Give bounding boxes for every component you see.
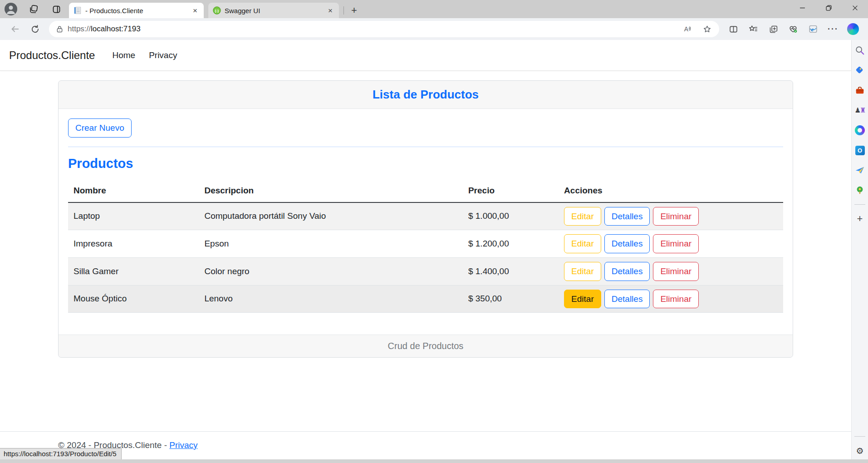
- favorite-star-icon[interactable]: [699, 22, 715, 36]
- url-host: localhost:7193: [91, 25, 141, 33]
- tab-title: - Productos.Cliente: [85, 7, 187, 15]
- sidebar-divider: [854, 204, 865, 205]
- cell-precio: $ 350,00: [463, 285, 559, 313]
- details-button[interactable]: Detalles: [604, 207, 650, 226]
- status-bar-link-preview: https://localhost:7193/Producto/Edit/5: [0, 448, 122, 459]
- page-favicon: [74, 6, 82, 15]
- delete-button[interactable]: Eliminar: [653, 290, 699, 309]
- search-icon[interactable]: [854, 44, 866, 56]
- column-header-nombre: Nombre: [68, 179, 199, 202]
- url-text: https://localhost:7193: [68, 25, 677, 34]
- create-new-button[interactable]: Crear Nuevo: [68, 118, 132, 138]
- refresh-icon[interactable]: [26, 21, 44, 37]
- cell-nombre: Silla Gamer: [68, 257, 199, 285]
- edit-button[interactable]: Editar: [564, 234, 601, 253]
- cell-nombre: Impresora: [68, 230, 199, 258]
- games-icon[interactable]: ♟♜: [854, 104, 866, 116]
- cell-nombre: Mouse Óptico: [68, 285, 199, 313]
- page-footer: © 2024 - Productos.Cliente - Privacy: [0, 431, 851, 459]
- table-header-row: Nombre Descripcion Precio Acciones: [68, 179, 783, 202]
- delete-button[interactable]: Eliminar: [653, 234, 699, 253]
- edit-button[interactable]: Editar: [564, 207, 601, 226]
- svg-text:{-}: {-}: [215, 9, 220, 13]
- edit-button[interactable]: Editar: [564, 262, 601, 281]
- table-row: Mouse Óptico Lenovo $ 350,00 Editar Deta…: [68, 285, 783, 313]
- tab-separator: [343, 6, 344, 15]
- sidebar-settings-icon[interactable]: ⚙: [854, 445, 866, 457]
- cell-descripcion: Color negro: [199, 257, 463, 285]
- edit-button-hovered[interactable]: Editar: [564, 290, 601, 309]
- titlebar: - Productos.Cliente × {-} Swagger UI × +: [0, 0, 868, 18]
- column-header-precio: Precio: [463, 179, 559, 202]
- svg-text:e: e: [811, 26, 814, 33]
- collections-icon[interactable]: [765, 21, 782, 37]
- delete-button[interactable]: Eliminar: [653, 207, 699, 226]
- url-scheme: https://: [68, 25, 91, 33]
- page-title: Lista de Productos: [373, 88, 479, 101]
- privacy-footer-link[interactable]: Privacy: [169, 440, 197, 450]
- tab-title: Swagger UI: [225, 7, 323, 15]
- brand-link[interactable]: Productos.Cliente: [9, 49, 95, 62]
- close-window-button[interactable]: [842, 0, 868, 15]
- copilot-icon[interactable]: [844, 21, 862, 37]
- details-button[interactable]: Detalles: [604, 234, 650, 253]
- minimize-button[interactable]: [789, 0, 815, 15]
- sidebar-divider: [854, 436, 865, 437]
- edge-sidebar: ♟♜ O + ⚙: [851, 40, 868, 459]
- products-table: Nombre Descripcion Precio Acciones Lapto…: [68, 179, 783, 313]
- details-button[interactable]: Detalles: [604, 290, 650, 309]
- ie-mode-icon[interactable]: e: [804, 21, 822, 37]
- card-body: Crear Nuevo Productos Nombre Descripcion…: [59, 109, 793, 335]
- settings-menu-icon[interactable]: ···: [824, 21, 842, 37]
- card-footer: Crud de Productos: [59, 335, 793, 357]
- tab-productos-cliente[interactable]: - Productos.Cliente ×: [69, 3, 204, 18]
- close-tab-icon[interactable]: ×: [191, 6, 199, 15]
- tools-icon[interactable]: [854, 84, 866, 96]
- table-row: Silla Gamer Color negro $ 1.400,00 Edita…: [68, 257, 783, 285]
- section-title: Productos: [68, 156, 783, 171]
- restore-button[interactable]: [815, 0, 842, 15]
- products-card: Lista de Productos Crear Nuevo Productos…: [58, 80, 793, 358]
- site-navbar: Productos.Cliente Home Privacy: [0, 40, 851, 71]
- close-tab-icon[interactable]: ×: [326, 6, 334, 15]
- favorites-icon[interactable]: [745, 21, 762, 37]
- new-tab-button[interactable]: +: [348, 5, 361, 16]
- read-aloud-icon[interactable]: A: [680, 22, 696, 36]
- cell-precio: $ 1.400,00: [463, 257, 559, 285]
- card-header: Lista de Productos: [59, 81, 793, 109]
- table-row: Impresora Epson $ 1.200,00 Editar Detall…: [68, 230, 783, 258]
- nav-link-home[interactable]: Home: [108, 47, 140, 64]
- cell-descripcion: Computadora portátil Sony Vaio: [199, 202, 463, 230]
- address-bar[interactable]: https://localhost:7193 A: [49, 21, 719, 37]
- outlook-icon[interactable]: O: [854, 144, 866, 156]
- delete-button[interactable]: Eliminar: [653, 262, 699, 281]
- window-bottom-edge: [0, 459, 868, 463]
- cell-descripcion: Lenovo: [199, 285, 463, 313]
- split-screen-icon[interactable]: [725, 21, 742, 37]
- details-button[interactable]: Detalles: [604, 262, 650, 281]
- drop-icon[interactable]: [854, 164, 866, 176]
- titlebar-left: [0, 0, 69, 18]
- column-header-acciones: Acciones: [559, 179, 783, 202]
- customize-sidebar-icon[interactable]: +: [854, 213, 866, 225]
- tab-actions-icon[interactable]: [50, 3, 63, 15]
- cell-descripcion: Epson: [199, 230, 463, 258]
- window-controls: [789, 0, 868, 18]
- web-page: Productos.Cliente Home Privacy Lista de …: [0, 40, 851, 459]
- browser-essentials-icon[interactable]: [785, 21, 802, 37]
- profile-avatar[interactable]: [5, 3, 17, 15]
- shopping-icon[interactable]: [854, 64, 866, 76]
- nav-link-privacy[interactable]: Privacy: [144, 47, 181, 64]
- microsoft365-icon[interactable]: [854, 124, 866, 136]
- table-row: Laptop Computadora portátil Sony Vaio $ …: [68, 202, 783, 230]
- column-header-descripcion: Descripcion: [199, 179, 463, 202]
- cell-precio: $ 1.000,00: [463, 202, 559, 230]
- browser-window: - Productos.Cliente × {-} Swagger UI × +: [0, 0, 868, 463]
- tree-icon[interactable]: [854, 184, 866, 196]
- cell-precio: $ 1.200,00: [463, 230, 559, 258]
- back-icon[interactable]: [6, 21, 24, 37]
- workspaces-icon[interactable]: [27, 3, 40, 15]
- tab-strip: - Productos.Cliente × {-} Swagger UI × +: [69, 0, 789, 18]
- tab-swagger-ui[interactable]: {-} Swagger UI ×: [208, 3, 339, 18]
- browser-toolbar: https://localhost:7193 A e ···: [0, 18, 868, 40]
